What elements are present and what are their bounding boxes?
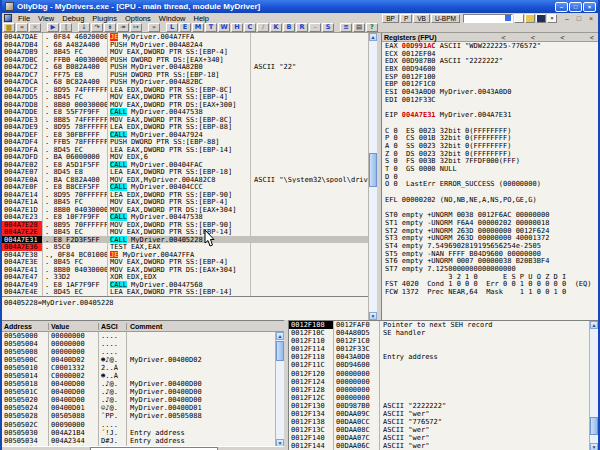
disasm-address[interactable]: 004A7DDE bbox=[2, 108, 42, 116]
register-line[interactable]: EDI 0012F33C bbox=[382, 96, 598, 104]
dump-row[interactable]: 0050501C00400D00.♪@.MyDriver.00400D00 bbox=[2, 388, 284, 396]
disasm-row[interactable]: 004A7DD8 . 8B80 00030000 MOV EAX,DWORD P… bbox=[2, 101, 368, 109]
register-line[interactable]: T 0 GS 0000 NULL bbox=[382, 165, 598, 173]
disasm-row[interactable]: 004A7DCA . 68 BC82A400 PUSH MyDriver.004… bbox=[2, 78, 368, 86]
register-line[interactable]: ST7 empty 7.1250000000000000000 bbox=[382, 265, 598, 273]
disasm-row[interactable]: 004A7E23 . E8 10F7F9FF CALL MyDriver.004… bbox=[2, 213, 368, 221]
disasm-address[interactable]: 004A7DC7 bbox=[2, 71, 42, 79]
disasm-row[interactable]: 004A7E31 . E8 F2D3F5FF CALL MyDriver.004… bbox=[2, 236, 368, 244]
disasm-row[interactable]: 004A7E28 . 8B95 70FFFFFF MOV EDX,DWORD P… bbox=[2, 221, 368, 229]
animate-into-icon[interactable]: ↡ bbox=[104, 23, 116, 32]
stack-row[interactable]: 0012F13000D987B0ASCII "2222222" bbox=[289, 402, 598, 410]
plugin-toolbar-button[interactable]: U-BPM bbox=[431, 14, 460, 23]
exec-till-return-icon[interactable]: ↦ bbox=[130, 23, 142, 32]
stack-row[interactable]: 0012F1100012F1C0 bbox=[289, 337, 598, 345]
disasm-address[interactable]: 004A7E49 bbox=[2, 281, 42, 289]
stack-row[interactable]: 0012F13800DAA0CCASCII "776572" bbox=[289, 418, 598, 426]
disasm-row[interactable]: 004A7E02 . E8 A5D1F5FF CALL MyDriver.004… bbox=[2, 161, 368, 169]
register-line[interactable]: EFL 00000202 (NO,NB,NE,A,NS,PO,GE,G) bbox=[382, 196, 598, 204]
memory-map-button[interactable]: M bbox=[192, 23, 204, 32]
register-line[interactable]: ECX 0012EF04 bbox=[382, 50, 598, 58]
plugin-button-3[interactable] bbox=[536, 14, 546, 23]
dump-row[interactable]: 0050502C00090000.... bbox=[2, 421, 284, 429]
disasm-scroll-thumb[interactable] bbox=[369, 153, 377, 187]
disasm-address[interactable]: 004A7DAE bbox=[2, 33, 42, 41]
disasm-row[interactable]: 004A7DB4 . 68 A482A400 PUSH MyDriver.004… bbox=[2, 41, 368, 49]
disasm-row[interactable]: 004A7DC7 . FF75 E8 PUSH DWORD PTR SS:[EB… bbox=[2, 71, 368, 79]
plugin-toolbar-button[interactable]: BP bbox=[382, 14, 399, 23]
restore-button[interactable]: □ bbox=[569, 2, 582, 12]
disasm-row[interactable]: 004A7E41 . 8B80 04030000 MOV EAX,DWORD P… bbox=[2, 266, 368, 274]
disasm-row[interactable]: 004A7DE9 . 8D95 78FFFFFF LEA EDX,DWORD P… bbox=[2, 123, 368, 131]
register-line[interactable]: O 0 LastErr ERROR_SUCCESS (00000000) bbox=[382, 180, 598, 188]
menu-item[interactable]: File bbox=[14, 14, 34, 23]
stack-row[interactable]: 0012F1080012FAF0Pointer to next SEH reco… bbox=[289, 321, 598, 329]
open-file-icon[interactable]: ▆ bbox=[3, 23, 15, 32]
disasm-row[interactable]: 004A7E49 . E8 1AF7F9FF CALL MyDriver.004… bbox=[2, 281, 368, 289]
separator[interactable] bbox=[42, 23, 46, 32]
register-line[interactable]: ST4 empty 7.5496902819195656254e-2505 bbox=[382, 242, 598, 250]
separator[interactable] bbox=[161, 23, 165, 32]
breakpoints-button[interactable]: B bbox=[283, 23, 295, 32]
disasm-address[interactable]: 004A7E4E bbox=[2, 288, 42, 296]
disasm-row[interactable]: 004A7DD5 . 8B45 FC MOV EAX,DWORD PTR SS:… bbox=[2, 93, 368, 101]
dump-row[interactable]: 00505010C00013322..À bbox=[2, 364, 284, 372]
disasm-address[interactable]: 004A7E41 bbox=[2, 266, 42, 274]
stack-row[interactable]: 0012F13C00DAA08CASCII "wer" bbox=[289, 426, 598, 434]
windows-button[interactable]: W bbox=[218, 23, 230, 32]
register-line[interactable]: EBP 0012F1C0 bbox=[382, 80, 598, 88]
menu-item[interactable]: Window bbox=[155, 14, 190, 23]
dump-row[interactable]: 0050501800400D00.♪@.MyDriver.00400D00 bbox=[2, 380, 284, 388]
register-line[interactable]: ST2 empty +UNORM 263D 00000000 0012F624 bbox=[382, 227, 598, 235]
stack-row[interactable]: 0012F12C00000000 bbox=[289, 394, 598, 402]
disasm-address[interactable]: 004A7E02 bbox=[2, 161, 42, 169]
run-icon[interactable]: ▶ bbox=[47, 23, 59, 32]
menu-item[interactable]: Help bbox=[189, 14, 212, 23]
dump-row[interactable]: 00505034004A2344D#J.Entry address bbox=[2, 437, 284, 445]
disasm-row[interactable]: 004A7E3E . 8B45 FC MOV EAX,DWORD PTR SS:… bbox=[2, 258, 368, 266]
menu-item[interactable]: Plugins bbox=[88, 14, 121, 23]
register-line[interactable]: FCW 1372 Prec NEAR,64 Mask 1 1 0 0 1 0 bbox=[382, 288, 598, 296]
stack-row[interactable]: 0012F14000DAA07CASCII "wer" bbox=[289, 434, 598, 442]
menu-item[interactable]: View bbox=[34, 14, 58, 23]
disasm-address[interactable]: 004A7DEF bbox=[2, 131, 42, 139]
disasm-row[interactable]: 004A7E0F . E8 B8CEF5FF CALL MyDriver.004… bbox=[2, 183, 368, 191]
disasm-row[interactable]: 004A7DEF . E8 30FBFFFF CALL MyDriver.004… bbox=[2, 131, 368, 139]
disasm-row[interactable]: 004A7DE3 . 8B85 74FFFFFF MOV EAX,DWORD P… bbox=[2, 116, 368, 124]
disasm-address[interactable]: 004A7DF4 bbox=[2, 138, 42, 146]
dump-row[interactable]: 0050502800505088ˆPP.MyDriver.00505088 bbox=[2, 412, 284, 420]
close-bar-button[interactable]: × bbox=[547, 14, 557, 23]
disasm-address[interactable]: 004A7E36 bbox=[2, 243, 42, 251]
stack-scroll-thumb[interactable] bbox=[590, 417, 598, 435]
disasm-address[interactable]: 004A7E14 bbox=[2, 191, 42, 199]
help-icon[interactable]: ? bbox=[366, 23, 378, 32]
separator[interactable] bbox=[143, 23, 147, 32]
register-line[interactable] bbox=[382, 119, 598, 127]
disasm-row[interactable]: 004A7DAE . 0F84 46020000 JE MyDriver.004… bbox=[2, 33, 368, 41]
disasm-row[interactable]: 004A7E0A . BA C882A400 MOV EDX,MyDriver.… bbox=[2, 176, 368, 184]
register-mode-arrows[interactable]: < < < < bbox=[501, 34, 594, 41]
stack-row[interactable]: 0012F1140012F33C bbox=[289, 345, 598, 353]
step-into-icon[interactable]: ↓ bbox=[78, 23, 90, 32]
plugin-button-2[interactable] bbox=[525, 14, 535, 23]
disasm-address[interactable]: 004A7DBC bbox=[2, 56, 42, 64]
register-line[interactable] bbox=[382, 203, 598, 211]
disasm-address[interactable]: 004A7E23 bbox=[2, 213, 42, 221]
run-trace-button[interactable]: – bbox=[309, 23, 321, 32]
disasm-address[interactable]: 004A7DCF bbox=[2, 86, 42, 94]
register-line[interactable]: ST0 empty +UNORM 0038 0012F6AC 00000000 bbox=[382, 211, 598, 219]
pause-icon[interactable]: ‖ bbox=[60, 23, 72, 32]
stack-row[interactable]: 0012F13400DAA09CASCII "wer" bbox=[289, 410, 598, 418]
stack-scrollbar[interactable]: ▲ ▼ bbox=[589, 321, 598, 450]
title-bar[interactable]: OllyDbg - MyDrivers.exe - [CPU - main th… bbox=[2, 0, 598, 13]
register-line[interactable] bbox=[382, 188, 598, 196]
stack-row[interactable]: 0012F10C004A80D5SE handler bbox=[289, 329, 598, 337]
command-input[interactable] bbox=[463, 14, 513, 23]
stack-row[interactable]: 0012F11C00D94600 bbox=[289, 361, 598, 369]
register-line[interactable]: ESP 0012F100 bbox=[382, 73, 598, 81]
disasm-address[interactable]: 004A7E3E bbox=[2, 258, 42, 266]
animate-over-icon[interactable]: ↠ bbox=[117, 23, 129, 32]
goto-icon[interactable]: » bbox=[148, 23, 160, 32]
register-line[interactable]: Z 0 DS 0023 32bit 0(FFFFFFFF) bbox=[382, 150, 598, 158]
disasm-address[interactable]: 004A7E47 bbox=[2, 273, 42, 281]
